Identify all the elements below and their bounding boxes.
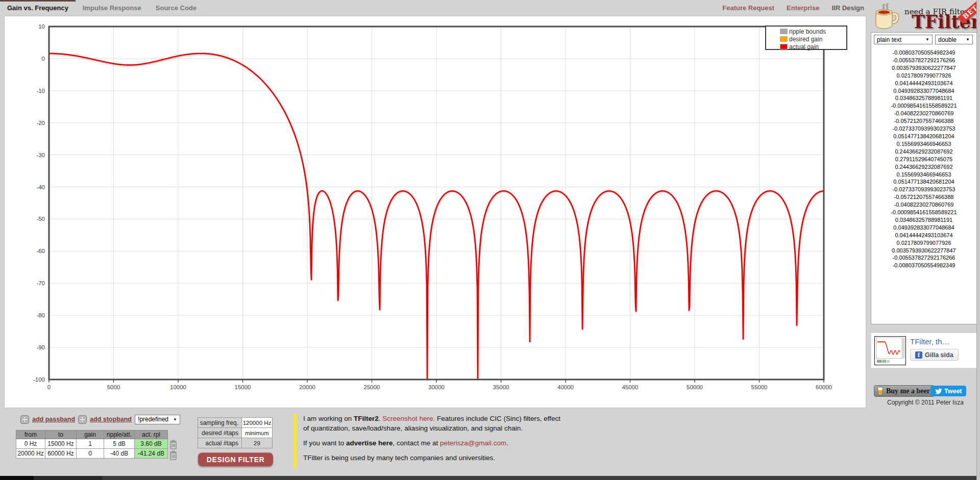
- svg-text:-20: -20: [36, 120, 45, 126]
- tab-source-code[interactable]: Source Code: [149, 0, 204, 16]
- coefficient-value: -0.04082230270860769: [871, 201, 976, 209]
- legend-label: desired gain: [789, 36, 822, 43]
- svg-text:5000: 5000: [107, 384, 120, 390]
- gain-frequency-chart-panel: 0500010000150002000025000300003500040000…: [4, 16, 866, 408]
- number-type-select[interactable]: double ▼: [935, 35, 973, 44]
- number-type-value: double: [938, 36, 957, 43]
- coefficient-value: -0.008037050554982349: [871, 262, 976, 269]
- coefficient-value: 0.27911529640745075: [871, 156, 976, 163]
- actual-taps-row: actual #taps 29: [198, 438, 273, 448]
- stopband-gain-field[interactable]: 0: [77, 449, 104, 459]
- stopband-to-field[interactable]: 60000 Hz: [45, 449, 77, 459]
- trash-icon: [169, 440, 177, 449]
- coefficient-value: 0.051477138420681204: [871, 178, 976, 186]
- passband-gain-field[interactable]: 1: [77, 439, 104, 449]
- design-filter-button[interactable]: DESIGN FILTER: [198, 452, 273, 466]
- legend-item-actual-gain: actual gain: [780, 43, 844, 51]
- coefficient-value: -0.04082230270860769: [871, 110, 976, 117]
- gain-frequency-plot: 0500010000150002000025000300003500040000…: [5, 16, 866, 408]
- svg-text:-60: -60: [36, 248, 45, 254]
- coefficient-value: 0.0217809799077926: [871, 72, 976, 80]
- facebook-like-button[interactable]: f Gilla sida: [910, 349, 959, 361]
- svg-text:40000: 40000: [557, 384, 574, 390]
- svg-text:-100: -100: [33, 376, 45, 383]
- facebook-page-link[interactable]: TFilter, th…: [910, 337, 950, 346]
- sampling-freq-row: sampling freq. 120000 Hz: [198, 418, 273, 428]
- coefficient-value: -0.005537827292176266: [871, 57, 976, 64]
- col-header-from: from: [16, 431, 45, 439]
- svg-text:0: 0: [47, 384, 51, 390]
- coefficient-value: 0.03486325788981191: [871, 94, 976, 102]
- svg-text:15000: 15000: [235, 384, 251, 390]
- info-text: I am working on: [303, 415, 354, 422]
- coffee-mug-icon: [872, 3, 901, 32]
- add-icon: [20, 415, 29, 424]
- screenshot-link[interactable]: Screenshot here.: [382, 415, 435, 422]
- svg-text:35000: 35000: [493, 384, 509, 390]
- advertise-text: advertise here: [346, 439, 393, 447]
- buy-me-a-beer-button[interactable]: Buy me a beer: [874, 385, 935, 397]
- coefficients-panel: plain text ▼ double ▼ -0.008037050554982…: [871, 32, 977, 324]
- desired-taps-row: desired #taps minimum: [198, 428, 273, 438]
- link-enterprise[interactable]: Enterprise: [780, 0, 825, 16]
- link-feature-request[interactable]: Feature Request: [716, 0, 780, 16]
- info-text: TFilter is being used by many tech compa…: [303, 454, 495, 462]
- desired-taps-label: desired #taps: [198, 428, 242, 438]
- stopband-from-field[interactable]: 20000 Hz: [16, 449, 45, 459]
- add-stopband-link[interactable]: add stopband: [90, 416, 132, 423]
- legend-item-desired-gain: desired gain: [780, 36, 844, 43]
- svg-text:20000: 20000: [299, 384, 315, 390]
- delete-passband-button[interactable]: [168, 440, 178, 450]
- coefficient-value: 0.049392833077048684: [871, 224, 976, 232]
- link-iir-design[interactable]: IIR Design: [825, 0, 870, 16]
- band-actions: add passband add stopband !predefined ▼: [20, 414, 180, 424]
- coefficient-value: -0.05721207557466388: [871, 193, 976, 201]
- tweet-button[interactable]: Tweet: [930, 386, 966, 396]
- stopband-ripple-field[interactable]: -40 dB: [104, 449, 135, 459]
- sampling-freq-input[interactable]: 120000 Hz: [242, 418, 273, 428]
- tab-gain-vs-frequency[interactable]: Gain vs. Frequency: [0, 0, 76, 16]
- tweet-label: Tweet: [944, 388, 962, 395]
- band-table-header-row: from to gain ripple/att. act. rpl: [16, 431, 168, 439]
- coefficient-value: 0.24436629232087692: [871, 148, 976, 156]
- svg-text:55000: 55000: [751, 384, 768, 390]
- coefficient-value: 0.24436629232087692: [871, 163, 976, 171]
- info-paragraph-3: TFilter is being used by many tech compa…: [303, 453, 560, 463]
- email-link[interactable]: peterisza@gmail.com: [440, 439, 506, 447]
- facebook-icon: f: [915, 351, 922, 359]
- tab-impulse-response[interactable]: Impulse Response: [76, 0, 149, 16]
- coefficient-value: -0.0009854161558589221: [871, 209, 976, 216]
- svg-text:60000: 60000: [816, 384, 832, 390]
- coefficient-list[interactable]: -0.008037050554982349-0.0055378272921762…: [871, 49, 976, 269]
- copyright-text: Copyright © 2011 Peter Isza: [871, 399, 964, 406]
- passband-row: 0 Hz 15000 Hz 1 5 dB 3.60 dB: [16, 439, 168, 449]
- info-paragraph-2: If you want to advertise here, contact m…: [303, 438, 560, 448]
- desired-taps-input[interactable]: minimum: [242, 428, 273, 438]
- col-header-gain: gain: [77, 431, 104, 439]
- passband-to-field[interactable]: 15000 Hz: [45, 439, 77, 449]
- passband-ripple-field[interactable]: 5 dB: [104, 439, 135, 449]
- coefficient-value: 0.04144442493103674: [871, 80, 976, 87]
- predefined-select[interactable]: !predefined ▼: [135, 415, 180, 424]
- col-header-act-rpl: act. rpl: [135, 431, 168, 439]
- top-tab-bar: Gain vs. Frequency Impulse Response Sour…: [0, 0, 870, 16]
- stopband-row: 20000 Hz 60000 Hz 0 -40 dB -41.24 dB: [16, 449, 168, 459]
- tfilter-thumbnail[interactable]: [874, 336, 906, 365]
- twitter-bird-icon: [935, 388, 942, 394]
- filter-params: sampling freq. 120000 Hz desired #taps m…: [198, 417, 273, 448]
- output-format-select[interactable]: plain text ▼: [874, 35, 933, 44]
- passband-from-field[interactable]: 0 Hz: [16, 439, 45, 449]
- add-passband-link[interactable]: add passband: [32, 416, 75, 423]
- svg-text:-70: -70: [36, 280, 45, 286]
- coefficient-value: -0.027337093993023753: [871, 186, 976, 193]
- output-format-value: plain text: [877, 36, 901, 43]
- coefficient-value: -0.005537827292176266: [871, 254, 976, 262]
- page-scrollbar[interactable]: [976, 0, 980, 480]
- delete-stopband-button[interactable]: [168, 450, 178, 461]
- info-text: , contact me at: [393, 439, 440, 447]
- desired-gain-swatch-icon: [780, 36, 788, 42]
- band-table: from to gain ripple/att. act. rpl 0 Hz 1…: [16, 430, 168, 459]
- svg-text:-90: -90: [36, 344, 45, 350]
- sampling-freq-label: sampling freq.: [198, 418, 242, 428]
- svg-text:-10: -10: [36, 88, 45, 94]
